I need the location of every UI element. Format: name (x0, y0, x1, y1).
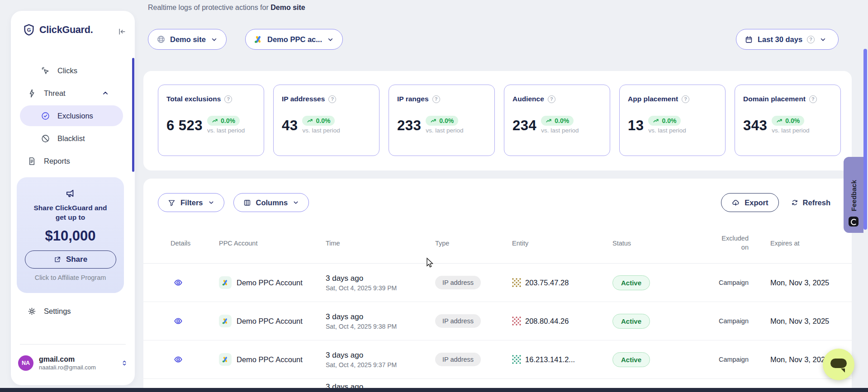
share-button[interactable]: Share (25, 250, 116, 269)
excluded-on-cell: Campaign (692, 356, 749, 363)
help-icon[interactable]: ? (224, 95, 232, 103)
entity-cell: 203.75.47.28 (512, 278, 612, 287)
date-range-selector[interactable]: Last 30 days ? (736, 29, 839, 50)
sidebar-item-label: Exclusions (57, 112, 93, 120)
time-cell: 3 days agoSat, Oct 4, 2025 9:38 PM (326, 312, 435, 330)
export-button[interactable]: Export (721, 193, 778, 212)
stat-label: Total exclusions (166, 95, 221, 103)
refresh-icon (791, 198, 799, 207)
stat-value: 13 (628, 118, 644, 134)
trend-up-icon (545, 118, 552, 124)
trend-badge: 0.0% (302, 116, 335, 126)
google-ads-icon (219, 353, 232, 366)
help-icon[interactable]: ? (682, 95, 689, 103)
excluded-on-cell: Campaign (692, 317, 749, 325)
table-row[interactable]: Demo PPC Account 3 days agoSat, Oct 4, 2… (143, 340, 852, 379)
site-selector-label: Demo site (170, 35, 206, 44)
refresh-button[interactable]: Refresh (791, 198, 830, 207)
page-subtitle: Realtime logs of protective actions for … (148, 4, 305, 12)
stat-value: 233 (397, 118, 421, 134)
sidebar-item-blacklist[interactable]: Blacklist (11, 127, 135, 150)
view-details-button[interactable] (171, 354, 219, 364)
badge-check-icon (41, 111, 50, 121)
brand-logo: G ClickGuard. (11, 11, 135, 36)
sidebar-item-label: Reports (44, 157, 70, 165)
feedback-tab[interactable]: Feedback (844, 157, 863, 233)
ppc-account-cell: Demo PPC Account (219, 353, 326, 366)
stat-card-audience: Audience? 234 0.0% vs. last period (504, 85, 610, 156)
sidebar: G ClickGuard. Clicks Threat Exclusions B… (11, 11, 135, 385)
stat-sub: vs. last period (207, 127, 245, 134)
brand-name: ClickGuard. (39, 24, 93, 36)
chat-widget-button[interactable] (823, 349, 854, 380)
stat-value: 43 (282, 118, 298, 134)
sidebar-item-label: Blacklist (57, 134, 85, 143)
external-link-icon (53, 255, 62, 264)
ppc-selector-label: Demo PPC ac... (267, 35, 322, 44)
help-icon[interactable]: ? (432, 95, 440, 103)
collapse-sidebar-icon[interactable] (118, 27, 127, 36)
filters-button[interactable]: Filters (158, 193, 224, 212)
help-icon[interactable]: ? (809, 95, 817, 103)
view-details-button[interactable] (171, 278, 219, 288)
chevrons-up-down-icon (120, 359, 128, 367)
ppc-account-selector[interactable]: Demo PPC ac... (245, 29, 343, 50)
account-switcher[interactable]: NA gmail.com naatali.ro@gmail.com (18, 355, 128, 371)
time-cell: 3 days agoSat, Oct 4, 2025 9:39 PM (326, 274, 435, 292)
stat-value: 234 (512, 118, 536, 134)
help-icon[interactable]: ? (328, 95, 336, 103)
stat-label: IP addresses (282, 95, 325, 103)
col-type: Type (435, 240, 512, 247)
affiliate-promo-card[interactable]: Share ClickGuard and get up to $10,000 S… (17, 177, 124, 293)
table-row[interactable]: Demo PPC Account 3 days agoSat, Oct 4, 2… (143, 264, 852, 302)
col-status: Status (612, 240, 692, 247)
col-time: Time (326, 240, 435, 247)
cursor-click-icon (41, 66, 50, 76)
view-details-button[interactable] (171, 316, 219, 326)
col-ppc-account: PPC Account (219, 240, 326, 247)
sidebar-item-threat[interactable]: Threat (11, 82, 135, 104)
sidebar-item-clicks[interactable]: Clicks (11, 59, 135, 82)
export-label: Export (745, 198, 768, 207)
globe-icon (157, 35, 166, 44)
table-row[interactable]: Demo PPC Account 3 days agoSat, Oct 4, 2… (143, 302, 852, 340)
account-name: gmail.com (39, 355, 96, 364)
ppc-account-cell: Demo PPC Account (219, 315, 326, 327)
trend-badge: 0.0% (426, 116, 458, 126)
stat-value: 343 (743, 118, 767, 134)
chevron-up-icon[interactable] (101, 89, 109, 97)
trend-up-icon (653, 118, 659, 124)
scrollbar-thumb[interactable] (863, 49, 867, 230)
sidebar-scrollbar[interactable] (132, 58, 134, 172)
avatar: NA (18, 355, 33, 371)
ip-identicon (512, 278, 521, 287)
trend-badge: 0.0% (648, 116, 681, 126)
affiliate-link[interactable]: Click to Affiliate Program (23, 274, 118, 281)
sidebar-item-settings[interactable]: Settings (27, 307, 71, 316)
chevron-down-icon (210, 36, 218, 43)
stat-label: App placement (628, 95, 678, 103)
stat-sub: vs. last period (302, 127, 340, 134)
sidebar-item-reports[interactable]: Reports (11, 150, 135, 172)
sidebar-item-label: Threat (44, 89, 66, 98)
status-cell: Active (612, 352, 692, 367)
columns-button[interactable]: Columns (233, 193, 309, 212)
subtitle-text: Realtime logs of protective actions for (148, 4, 270, 11)
clickguard-shield-icon: G (23, 24, 35, 36)
status-badge: Active (612, 314, 650, 329)
account-email: naatali.ro@gmail.com (39, 364, 96, 371)
stat-sub: vs. last period (648, 127, 686, 134)
chevron-down-icon (292, 199, 299, 206)
help-icon[interactable]: ? (548, 95, 555, 103)
site-selector[interactable]: Demo site (148, 29, 227, 50)
chat-bubble-icon (830, 359, 847, 368)
columns-icon (243, 198, 251, 207)
help-icon[interactable]: ? (807, 36, 815, 43)
eye-icon (173, 316, 183, 326)
expires-at-cell: Mon, Nov 3, 2025 (749, 317, 838, 326)
sidebar-item-exclusions[interactable]: Exclusions (20, 105, 123, 126)
viewport-bottom-edge (0, 388, 868, 392)
col-excluded-on: Excluded on (720, 234, 749, 252)
status-badge: Active (612, 275, 650, 290)
svg-text:G: G (27, 27, 31, 33)
